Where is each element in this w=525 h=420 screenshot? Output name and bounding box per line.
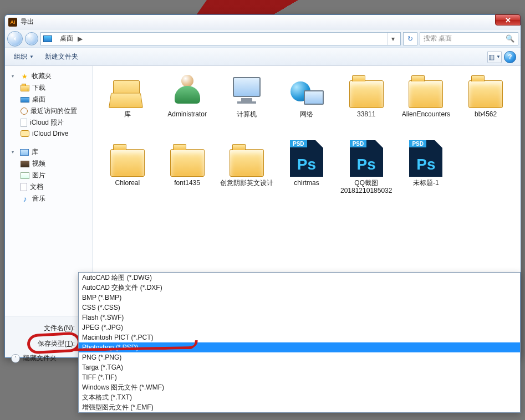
titlebar: Ai 导出 ✕ — [5, 15, 521, 29]
chevron-right-icon: ▶ — [78, 35, 83, 43]
grid-item-label: QQ截图20181210185032 — [339, 179, 394, 195]
view-mode-button[interactable]: ▥ ▼ — [487, 51, 502, 63]
forward-button[interactable] — [25, 32, 38, 45]
clock-icon — [21, 107, 28, 115]
sidebar-item-label: 视频 — [32, 159, 45, 168]
pc-icon — [227, 73, 266, 108]
dropdown-option[interactable]: JPEG (*.JPG) — [79, 322, 520, 332]
dropdown-option[interactable]: Photoshop (*.PSD) — [79, 342, 520, 352]
help-button[interactable]: ? — [504, 51, 516, 63]
sidebar-item[interactable]: iCloud Drive — [7, 129, 92, 139]
sidebar-label: 收藏夹 — [32, 71, 52, 81]
grid-item[interactable]: 库 — [98, 73, 157, 138]
grid-item[interactable]: PSDPsQQ截图20181210185032 — [337, 141, 396, 207]
dropdown-option[interactable]: PNG (*.PNG) — [79, 352, 520, 362]
dropdown-option[interactable]: 增强型图元文件 (*.EMF) — [79, 402, 520, 412]
search-input[interactable]: 搜索 桌面 🔍 — [420, 32, 518, 45]
dropdown-option[interactable]: AutoCAD 交换文件 (*.DXF) — [79, 283, 520, 293]
breadcrumb-dropdown[interactable]: ▾ — [387, 33, 398, 45]
sidebar-libraries[interactable]: ▾ 库 — [7, 146, 92, 158]
grid-item[interactable]: 网络 — [277, 73, 336, 138]
grid-item-label: 库 — [124, 110, 131, 118]
new-folder-button[interactable]: 新建文件夹 — [40, 50, 83, 64]
mus-icon: ♪ — [21, 195, 29, 203]
folder-icon — [108, 141, 147, 177]
grid-item[interactable]: PSDPschirtmas — [277, 141, 336, 207]
sidebar-favorites[interactable]: ▾ ★ 收藏夹 — [7, 70, 92, 82]
sidebar-item[interactable]: 最近访问的位置 — [7, 105, 92, 117]
psd-icon: PSDPs — [406, 141, 445, 177]
folder-icon — [466, 73, 505, 108]
chevron-down-icon: ▼ — [29, 54, 34, 59]
close-icon: ✕ — [505, 16, 511, 24]
close-button[interactable]: ✕ — [495, 14, 521, 25]
dropdown-option[interactable]: BMP (*.BMP) — [79, 293, 520, 303]
sidebar-item-label: 文档 — [30, 182, 43, 192]
refresh-button[interactable]: ↻ — [403, 32, 417, 45]
organize-label: 组织 — [14, 52, 27, 62]
page-icon — [21, 119, 27, 127]
grid-item-label: 创意阴影英文设计 — [220, 179, 273, 187]
grid-item-label: Chloreal — [115, 179, 140, 187]
new-folder-label: 新建文件夹 — [45, 52, 78, 62]
grid-item[interactable]: Chloreal — [98, 141, 157, 207]
folder-icon — [347, 73, 386, 108]
grid-item[interactable]: bb4562 — [456, 73, 515, 138]
savetype-dropdown[interactable]: AutoCAD 绘图 (*.DWG)AutoCAD 交换文件 (*.DXF)BM… — [78, 272, 521, 413]
sidebar-item[interactable]: 视频 — [7, 158, 92, 170]
grid-item[interactable]: 33811 — [337, 73, 396, 138]
hide-folders-label: 隐藏文件夹 — [23, 354, 57, 363]
grid-item[interactable]: 创意阴影英文设计 — [217, 141, 276, 207]
vid-icon — [21, 161, 29, 167]
sidebar-group-favorites: ▾ ★ 收藏夹 下载桌面最近访问的位置iCloud 照片iCloud Drive — [7, 70, 92, 139]
grid-item-label: 计算机 — [237, 110, 257, 118]
sidebar-group-libraries: ▾ 库 视频图片文档♪音乐 — [7, 146, 92, 204]
dropdown-option[interactable]: Windows 图元文件 (*.WMF) — [79, 382, 520, 392]
sidebar-item[interactable]: 图片 — [7, 170, 92, 181]
hide-folders-toggle[interactable]: ˄ 隐藏文件夹 — [11, 354, 57, 363]
star-icon: ★ — [20, 73, 29, 80]
grid-item[interactable]: PSDPs未标题-1 — [397, 141, 456, 207]
folder-icon — [168, 141, 207, 177]
grid-item[interactable]: AlienEncounters — [397, 73, 456, 138]
toolbar: 组织 ▼ 新建文件夹 ▥ ▼ ? — [5, 48, 521, 66]
dropdown-option[interactable]: Targa (*.TGA) — [79, 362, 520, 372]
sidebar-label: 库 — [32, 147, 38, 157]
psd-icon: PSDPs — [287, 141, 326, 177]
arrow-left-icon — [11, 35, 19, 43]
sidebar-item[interactable]: iCloud 照片 — [7, 117, 92, 129]
organize-menu[interactable]: 组织 ▼ — [9, 50, 38, 64]
grid-item-label: 未标题-1 — [413, 179, 439, 187]
dropdown-option[interactable]: TIFF (*.TIF) — [79, 372, 520, 382]
grid-item-label: 33811 — [357, 110, 375, 118]
sidebar-item-label: iCloud 照片 — [30, 118, 64, 127]
sidebar-item[interactable]: 下载 — [7, 82, 92, 94]
dropdown-option[interactable]: Flash (*.SWF) — [79, 313, 520, 322]
grid-item-label: bb4562 — [475, 110, 497, 118]
grid-item[interactable]: 计算机 — [217, 73, 276, 138]
breadcrumb-segment[interactable]: 桌面 — [55, 34, 78, 43]
sidebar-item-label: 最近访问的位置 — [30, 106, 77, 116]
grid-item[interactable]: Administrator — [158, 73, 217, 138]
dropdown-option[interactable]: 文本格式 (*.TXT) — [79, 392, 520, 402]
breadcrumb[interactable]: 桌面 ▶ ▾ — [40, 32, 401, 45]
sidebar-item[interactable]: 桌面 — [7, 94, 92, 105]
img-icon — [21, 172, 29, 179]
folder-open-icon — [108, 73, 147, 108]
folder-icon — [227, 141, 266, 177]
back-button[interactable] — [7, 31, 23, 47]
desktop-icon — [43, 35, 52, 42]
filename-label: 文件名(N): — [9, 324, 75, 333]
dropdown-option[interactable]: Macintosh PICT (*.PCT) — [79, 332, 520, 342]
sidebar-item[interactable]: ♪音乐 — [7, 193, 92, 204]
cloud-icon — [21, 130, 29, 137]
dropdown-option[interactable]: CSS (*.CSS) — [79, 303, 520, 313]
sidebar-item-label: 桌面 — [32, 95, 45, 104]
grid-item[interactable]: font1435 — [158, 141, 217, 207]
sidebar-item[interactable]: 文档 — [7, 181, 92, 193]
view-grid-icon: ▥ — [488, 53, 495, 61]
nav-bar: 桌面 ▶ ▾ ↻ 搜索 桌面 🔍 — [5, 29, 521, 48]
arrow-right-icon — [28, 35, 35, 43]
sidebar-item-label: 图片 — [32, 171, 45, 180]
dropdown-option[interactable]: AutoCAD 绘图 (*.DWG) — [79, 273, 520, 283]
